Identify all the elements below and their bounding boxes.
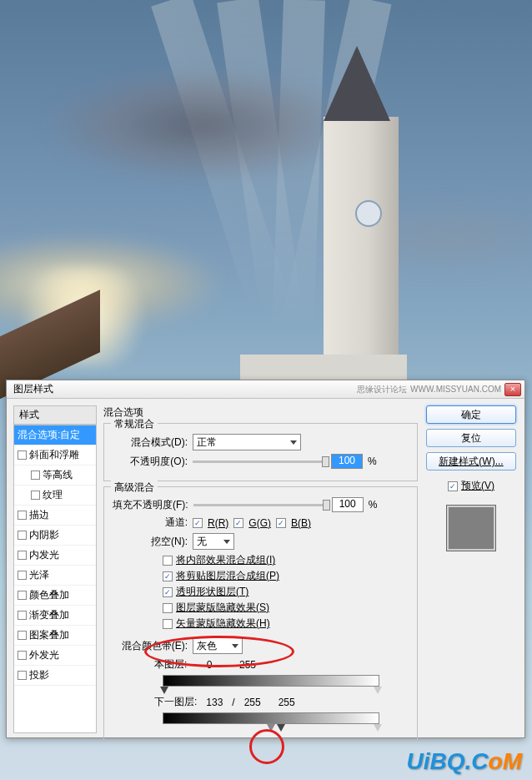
advanced-check-label: 矢量蒙版隐藏效果(H) [176, 616, 270, 631]
channel-g-check[interactable] [233, 518, 243, 528]
advanced-checkbox[interactable] [163, 556, 173, 566]
advanced-checkbox[interactable] [163, 603, 173, 613]
titlebar[interactable]: 图层样式 思缘设计论坛 WWW.MISSYUAN.COM × [7, 380, 524, 399]
under-low-value: 133 [202, 697, 227, 708]
advanced-checkbox[interactable] [163, 587, 173, 597]
style-item[interactable]: 等高线 [14, 465, 96, 486]
options-panel: 混合选项 常规混合 混合模式(D): 正常 不透明度(O): 100 % 高级混… [103, 405, 418, 731]
advanced-check-row: 图层蒙版隐藏效果(S) [163, 601, 409, 615]
advanced-checkbox[interactable] [163, 619, 173, 629]
channel-r-check[interactable] [193, 518, 203, 528]
style-item-label: 斜面和浮雕 [29, 448, 79, 462]
percent-label: % [369, 499, 378, 511]
style-item[interactable]: 纹理 [14, 486, 96, 506]
under-black-slider-right[interactable] [277, 724, 285, 732]
styles-header: 样式 [13, 405, 97, 425]
this-white-slider[interactable] [374, 687, 382, 694]
preview-swatch [446, 505, 496, 551]
fill-opacity-slider[interactable] [193, 504, 327, 506]
advanced-checkbox[interactable] [163, 571, 173, 581]
knockout-label: 挖空(N): [113, 535, 188, 549]
style-checkbox[interactable] [18, 551, 27, 560]
cancel-button[interactable]: 复位 [426, 429, 516, 447]
style-checkbox[interactable] [31, 491, 40, 500]
advanced-legend: 高级混合 [111, 481, 158, 495]
watermark: UiBQ.CoM [407, 748, 522, 775]
percent-label: % [368, 455, 377, 467]
blend-mode-combo[interactable]: 正常 [193, 434, 301, 450]
style-checkbox[interactable] [18, 511, 27, 520]
blend-if-label: 混合颜色带(E): [113, 639, 188, 653]
this-black-slider[interactable] [160, 687, 168, 694]
opacity-label: 不透明度(O): [113, 455, 188, 469]
this-layer-label: 本图层: [154, 657, 188, 672]
layer-style-dialog: 图层样式 思缘设计论坛 WWW.MISSYUAN.COM × 样式 混合选项:自… [6, 380, 525, 738]
style-checkbox[interactable] [18, 611, 27, 620]
close-button[interactable]: × [504, 383, 521, 396]
preview-label: 预览(V) [461, 479, 494, 493]
style-checkbox[interactable] [18, 671, 27, 680]
style-item[interactable]: 外发光 [14, 646, 96, 666]
style-item[interactable]: 内发光 [14, 546, 96, 566]
under-high-value: 255 [270, 697, 304, 708]
style-checkbox[interactable] [18, 631, 27, 640]
style-checkbox[interactable] [31, 471, 40, 480]
styles-panel: 样式 混合选项:自定斜面和浮雕等高线纹理描边内阴影内发光光泽颜色叠加渐变叠加图案… [13, 405, 97, 731]
style-item-label: 内阴影 [29, 528, 59, 542]
advanced-check-label: 将内部效果混合成组(I) [176, 553, 275, 567]
opacity-slider[interactable] [193, 460, 326, 463]
knockout-combo[interactable]: 无 [193, 533, 234, 550]
style-item-label: 混合选项:自定 [18, 428, 80, 442]
style-item-label: 颜色叠加 [29, 588, 69, 602]
style-item-label: 等高线 [43, 468, 73, 482]
style-checkbox[interactable] [18, 450, 27, 460]
style-checkbox[interactable] [18, 591, 27, 600]
under-layer-gradient[interactable] [163, 712, 379, 724]
channel-b-check[interactable] [276, 518, 286, 528]
advanced-check-label: 将剪贴图层混合成组(P) [176, 569, 279, 583]
preview-check[interactable] [448, 481, 458, 491]
style-item[interactable]: 描边 [14, 506, 96, 526]
style-item[interactable]: 斜面和浮雕 [14, 445, 96, 465]
this-high-value: 255 [231, 659, 264, 671]
general-legend: 常规混合 [111, 417, 158, 431]
style-item[interactable]: 光泽 [14, 566, 96, 586]
under-black-slider-left[interactable] [267, 724, 275, 732]
style-checkbox[interactable] [18, 571, 27, 580]
style-checkbox[interactable] [18, 531, 27, 540]
style-item-label: 图案叠加 [29, 628, 69, 642]
advanced-check-row: 透明形状图层(T) [163, 585, 409, 599]
style-item[interactable]: 颜色叠加 [14, 586, 96, 606]
style-item[interactable]: 内阴影 [14, 526, 96, 546]
forum-text: 思缘设计论坛 [357, 384, 407, 395]
style-item-label: 光泽 [29, 568, 49, 582]
style-item-label: 外发光 [29, 648, 59, 662]
style-item-label: 内发光 [29, 548, 59, 562]
new-style-button[interactable]: 新建样式(W)... [426, 452, 516, 471]
blend-mode-label: 混合模式(D): [113, 435, 188, 450]
under-sep: / [232, 697, 234, 708]
fill-opacity-input[interactable]: 100 [332, 497, 364, 512]
general-blend-group: 常规混合 混合模式(D): 正常 不透明度(O): 100 % [103, 423, 418, 481]
blend-if-combo[interactable]: 灰色 [193, 637, 243, 654]
style-item-label: 渐变叠加 [29, 608, 69, 622]
advanced-blend-group: 高级混合 填充不透明度(F): 100 % 通道: R(R) G(G) B(B)… [103, 486, 418, 742]
style-item[interactable]: 混合选项:自定 [14, 425, 96, 445]
advanced-check-label: 透明形状图层(T) [176, 585, 248, 599]
channels-label: 通道: [113, 516, 188, 530]
under-white-slider[interactable] [374, 724, 382, 732]
advanced-check-row: 将剪贴图层混合成组(P) [163, 569, 409, 583]
style-item[interactable]: 渐变叠加 [14, 606, 96, 626]
style-item[interactable]: 图案叠加 [14, 626, 96, 646]
this-layer-gradient[interactable] [163, 675, 379, 687]
advanced-check-row: 矢量蒙版隐藏效果(H) [163, 616, 409, 631]
fill-opacity-label: 填充不透明度(F): [113, 498, 188, 512]
style-checkbox[interactable] [18, 651, 27, 660]
ok-button[interactable]: 确定 [426, 405, 516, 424]
style-item[interactable]: 投影 [14, 666, 96, 686]
under-layer-label: 下一图层: [154, 695, 197, 709]
style-item-label: 纹理 [43, 488, 63, 502]
opacity-input[interactable]: 100 [331, 454, 363, 469]
style-item-label: 描边 [29, 508, 49, 522]
this-low-value: 0 [193, 659, 226, 671]
